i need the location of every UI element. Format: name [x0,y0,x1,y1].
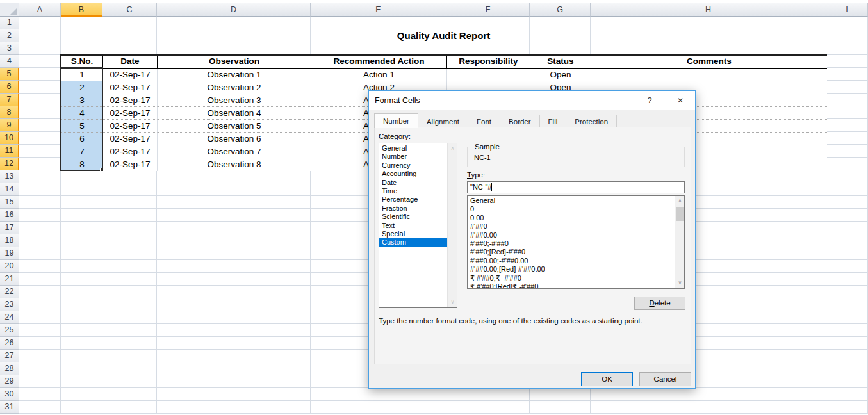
type-list-item[interactable]: 0 [468,205,675,213]
tab-protection[interactable]: Protection [566,115,617,127]
column-header-E[interactable]: E [311,3,446,17]
table-cell[interactable]: 02-Sep-17 [103,94,158,107]
row-header-8[interactable]: 8 [0,106,19,119]
row-header-1[interactable]: 1 [0,17,19,29]
column-header-C[interactable]: C [102,3,157,17]
table-cell[interactable]: Observation 3 [158,94,311,107]
dialog-help-icon[interactable]: ? [644,95,655,106]
row-header-9[interactable]: 9 [0,119,19,132]
row-header-26[interactable]: 26 [0,337,19,350]
row-header-13[interactable]: 13 [0,170,19,183]
category-item-text[interactable]: Text [379,222,447,230]
row-header-17[interactable]: 17 [0,222,19,234]
table-cell[interactable]: Observation 7 [158,145,311,158]
table-cell[interactable]: 02-Sep-17 [103,145,158,158]
table-cell[interactable]: 8 [61,158,103,171]
row-header-30[interactable]: 30 [0,388,19,401]
select-all-corner[interactable] [0,3,19,17]
table-cell[interactable]: 02-Sep-17 [103,158,158,171]
table-header-cell[interactable]: Responsibility [447,56,530,69]
category-item-general[interactable]: General [379,144,447,152]
row-header-7[interactable]: 7 [0,94,19,106]
category-item-fraction[interactable]: Fraction [379,204,447,213]
column-header-H[interactable]: H [591,3,826,17]
row-header-22[interactable]: 22 [0,286,19,298]
type-scrollbar[interactable]: ∧ ∨ [675,196,684,288]
column-header-F[interactable]: F [446,3,530,17]
delete-button[interactable]: Delete [634,297,685,310]
table-cell[interactable]: Observation 1 [158,69,311,81]
row-header-25[interactable]: 25 [0,324,19,337]
fill-handle[interactable] [100,168,104,172]
column-header-D[interactable]: D [157,3,311,17]
row-header-23[interactable]: 23 [0,298,19,311]
tab-fill[interactable]: Fill [540,115,567,127]
table-header-cell[interactable]: Date [103,56,158,69]
category-item-time[interactable]: Time [379,187,447,195]
type-list-item[interactable]: #'##0.00;[Red]-#'##0.00 [468,265,675,273]
table-cell[interactable]: Observation 8 [158,158,311,171]
type-list-item[interactable]: #'##0;-#'##0 [468,240,675,248]
row-header-16[interactable]: 16 [0,209,19,222]
column-header-A[interactable]: A [19,3,61,17]
table-header-cell[interactable]: Status [530,56,591,69]
row-header-14[interactable]: 14 [0,183,19,196]
table-cell[interactable]: 02-Sep-17 [103,69,158,81]
type-input[interactable]: "NC-"# [467,181,685,193]
row-header-4[interactable]: 4 [0,55,19,68]
scrollbar-thumb[interactable] [676,207,684,221]
tab-font[interactable]: Font [468,115,500,127]
category-item-special[interactable]: Special [379,230,447,238]
row-header-21[interactable]: 21 [0,273,19,286]
cancel-button[interactable]: Cancel [639,372,691,386]
type-list-item[interactable]: #'##0.00;-#'##0.00 [468,257,675,265]
category-item-number[interactable]: Number [379,152,447,161]
row-header-19[interactable]: 19 [0,247,19,260]
table-cell[interactable]: Open [530,69,591,81]
row-header-15[interactable]: 15 [0,196,19,209]
table-cell[interactable]: 02-Sep-17 [103,81,158,94]
table-cell[interactable] [591,69,827,81]
table-cell[interactable]: 1 [61,69,103,81]
scroll-down-icon[interactable]: ∨ [448,297,457,307]
dialog-titlebar[interactable]: Format Cells ? ✕ [369,91,695,110]
table-cell[interactable]: 02-Sep-17 [103,133,158,145]
column-header-G[interactable]: G [530,3,591,17]
type-list-item[interactable]: 0.00 [468,214,675,222]
table-cell[interactable]: 6 [61,133,103,145]
type-list-item[interactable]: ₹ #'##0;[Red]₹ -#'##0 [468,282,675,289]
row-header-27[interactable]: 27 [0,350,19,362]
category-item-scientific[interactable]: Scientific [379,213,447,221]
row-header-11[interactable]: 11 [0,145,19,158]
scroll-up-icon[interactable]: ∧ [675,196,685,206]
tab-border[interactable]: Border [500,115,540,127]
table-header-cell[interactable]: Recommended Action [311,56,447,69]
category-item-currency[interactable]: Currency [379,161,447,170]
scroll-up-icon[interactable]: ∧ [448,143,457,154]
row-header-20[interactable]: 20 [0,260,19,273]
type-list-item[interactable]: General [468,197,675,205]
ok-button[interactable]: OK [581,372,633,386]
scroll-down-icon[interactable]: ∨ [675,278,685,288]
tab-alignment[interactable]: Alignment [418,115,468,127]
category-item-accounting[interactable]: Accounting [379,170,447,178]
table-cell[interactable]: Observation 6 [158,133,311,145]
row-header-31[interactable]: 31 [0,401,19,414]
row-header-10[interactable]: 10 [0,132,19,145]
row-header-2[interactable]: 2 [0,29,19,42]
table-cell[interactable]: 02-Sep-17 [103,120,158,133]
row-header-6[interactable]: 6 [0,81,19,94]
type-listbox[interactable]: General00.00#'##0#'##0.00#'##0;-#'##0#'#… [467,195,685,289]
category-item-date[interactable]: Date [379,179,447,187]
close-icon[interactable]: ✕ [675,95,686,106]
row-header-24[interactable]: 24 [0,311,19,324]
table-header-cell[interactable]: Observation [158,56,311,69]
table-cell[interactable] [447,69,530,81]
row-header-28[interactable]: 28 [0,362,19,375]
category-item-percentage[interactable]: Percentage [379,195,447,204]
type-list-item[interactable]: #'##0 [468,222,675,231]
table-cell[interactable]: Observation 5 [158,120,311,133]
column-header-B[interactable]: B [61,3,102,17]
type-list-item[interactable]: ₹ #'##0;₹ -#'##0 [468,274,675,282]
table-header-cell[interactable]: Comments [591,56,827,69]
